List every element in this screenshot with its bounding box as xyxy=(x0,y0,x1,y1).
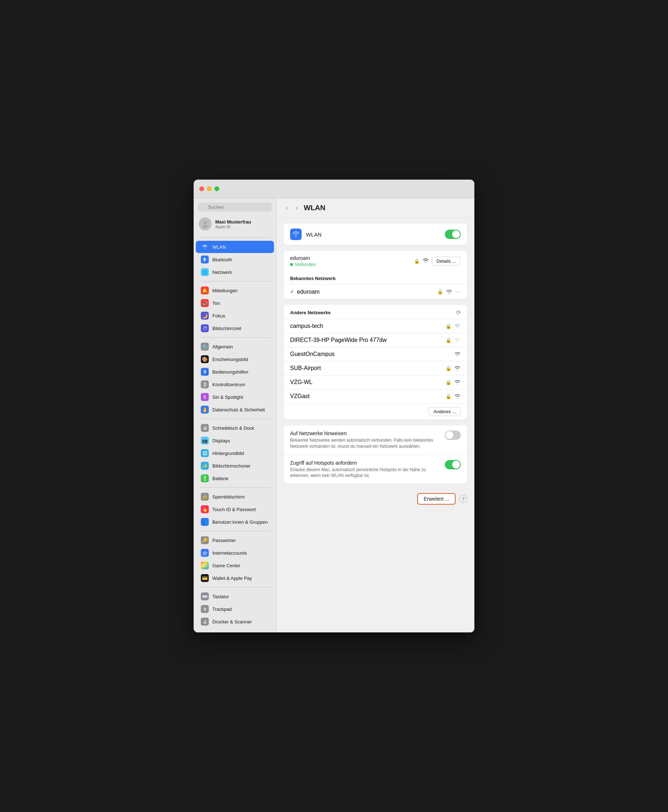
wlan-toggle[interactable] xyxy=(445,230,461,239)
siri-icon: 🎙 xyxy=(201,393,209,401)
sidebar-item-displays-label: Displays xyxy=(212,438,230,443)
sidebar-item-ton[interactable]: 🔊 Ton xyxy=(196,297,274,309)
more-options-icon[interactable]: ··· xyxy=(455,288,461,296)
lock-4: 🔒 xyxy=(446,380,451,385)
sidebar-item-fokus-label: Fokus xyxy=(212,313,225,319)
wlan-icon xyxy=(201,243,209,251)
sidebar-item-netzwerk[interactable]: 🌐 Netzwerk xyxy=(196,266,274,278)
sidebar-item-internetaccounts[interactable]: @ Internetaccounts xyxy=(196,547,274,559)
sidebar-item-wlan[interactable]: WLAN xyxy=(196,241,274,253)
network-row-vzg-wl[interactable]: VZG-WL 🔒 xyxy=(284,375,467,389)
sidebar-item-batterie[interactable]: 🔋 Batterie xyxy=(196,472,274,485)
connected-network-section: eduroam Verbunden 🔒 xyxy=(284,251,467,271)
connected-network-row: eduroam Verbunden 🔒 xyxy=(290,255,461,267)
erscheinungsbild-icon: 🎨 xyxy=(201,355,209,363)
connected-status: Verbunden xyxy=(290,262,316,267)
details-button[interactable]: Details ... xyxy=(432,257,461,266)
search-input[interactable] xyxy=(198,203,272,212)
checkmark-icon: ✓ xyxy=(290,289,294,294)
network-row-direct[interactable]: DIRECT-39-HP PageWide Pro 477dw 🔒 xyxy=(284,333,467,347)
sidebar-item-benutzer[interactable]: 👥 Benutzer:innen & Gruppen xyxy=(196,516,274,528)
sidebar-item-drucker-label: Drucker & Scanner xyxy=(212,619,252,625)
wlan-main-label: WLAN xyxy=(306,231,445,237)
sidebar-item-displays[interactable]: 📺 Displays xyxy=(196,434,274,447)
sidebar-item-bildschirmzeit[interactable]: ⏱ Bildschirmzeit xyxy=(196,322,274,334)
erweitert-button[interactable]: Erweitert ... xyxy=(417,493,456,505)
hinweisen-info: Auf Netzwerke hinweisen Bekannte Netzwer… xyxy=(290,431,439,449)
divider-4 xyxy=(199,419,271,419)
lock-3: 🔒 xyxy=(446,366,451,371)
network-row-campus-tech[interactable]: campus-tech 🔒 xyxy=(284,319,467,333)
sidebar-item-mitteilungen[interactable]: 🔔 Mitteilungen xyxy=(196,284,274,297)
back-button[interactable]: ‹ xyxy=(284,203,290,212)
user-section[interactable]: Maxi Musterfrau Apple-ID xyxy=(194,215,276,235)
sidebar-item-gamecenter[interactable]: GC Game Center xyxy=(196,559,274,571)
drucker-icon: 🖨 xyxy=(201,618,209,626)
sidebar-item-allgemein[interactable]: ⚙️ Allgemein xyxy=(196,341,274,353)
touchid-icon: 👆 xyxy=(201,505,209,513)
sidebar-item-hintergrund[interactable]: 🖼 Hintergrundbild xyxy=(196,447,274,459)
sidebar-item-erscheinungsbild[interactable]: 🎨 Erscheinungsbild xyxy=(196,353,274,365)
sidebar-item-bildschirmschoner[interactable]: ✨ Bildschirmschoner xyxy=(196,459,274,472)
network-icons-4: 🔒 xyxy=(446,380,461,385)
minimize-button[interactable] xyxy=(207,186,212,191)
settings-card: Auf Netzwerke hinweisen Bekannte Netzwer… xyxy=(284,426,467,484)
sidebar-item-wallet-label: Wallet & Apple Pay xyxy=(212,576,252,581)
known-network-title: Bekanntes Netzwerk xyxy=(290,276,336,281)
sidebar-item-schreibtisch[interactable]: 🖥 Schreibtisch & Dock xyxy=(196,422,274,434)
wifi-5 xyxy=(454,394,461,399)
settings-row-hotspots: Zugriff auf Hotspots anfordern Erlaube d… xyxy=(284,454,467,484)
sidebar-item-gamecenter-label: Game Center xyxy=(212,563,240,568)
sidebar-item-bluetooth[interactable]: Bluetooth xyxy=(196,253,274,266)
trackpad-icon: 🖱 xyxy=(201,605,209,613)
divider-3 xyxy=(199,337,271,337)
sidebar-item-siri[interactable]: 🎙 Siri & Spotlight xyxy=(196,391,274,403)
search-container xyxy=(194,203,276,215)
bottom-actions: Erweitert ... ? xyxy=(284,490,467,510)
bildschirmschoner-icon: ✨ xyxy=(201,462,209,470)
sidebar-item-datenschutz-label: Datenschutz & Sicherheit xyxy=(212,407,265,413)
network-name-direct: DIRECT-39-HP PageWide Pro 477dw xyxy=(290,337,387,343)
sidebar-item-trackpad[interactable]: 🖱 Trackpad xyxy=(196,603,274,615)
network-icons-5: 🔒 xyxy=(446,394,461,399)
sidebar-item-kontrollzentrum[interactable]: 🎛 Kontrollzentrum xyxy=(196,378,274,391)
passwoerter-icon: 🔑 xyxy=(201,536,209,544)
known-network-row[interactable]: ✓ eduroam 🔒 ··· xyxy=(284,284,467,299)
sidebar-item-wallet[interactable]: 💳 Wallet & Apple Pay xyxy=(196,572,274,584)
network-icons-3: 🔒 xyxy=(446,366,461,371)
hinweisen-toggle[interactable] xyxy=(445,431,461,440)
sidebar-item-datenschutz[interactable]: 🤚 Datenschutz & Sicherheit xyxy=(196,403,274,416)
divider-7 xyxy=(199,587,271,587)
hotspots-toggle[interactable] xyxy=(445,460,461,469)
hotspots-info: Zugriff auf Hotspots anfordern Erlaube d… xyxy=(290,460,439,479)
sidebar-item-siri-label: Siri & Spotlight xyxy=(212,394,243,400)
maximize-button[interactable] xyxy=(214,186,219,191)
network-icons-0: 🔒 xyxy=(446,324,461,329)
sidebar-item-bedienungshilfen[interactable]: ♿ Bedienungshilfen xyxy=(196,366,274,378)
help-button[interactable]: ? xyxy=(459,495,467,503)
sidebar-item-schreibtisch-label: Schreibtisch & Dock xyxy=(212,426,254,431)
sidebar-item-passwoerter[interactable]: 🔑 Passwörter xyxy=(196,534,274,546)
sidebar-item-fokus[interactable]: 🌙 Fokus xyxy=(196,309,274,322)
other-networks-card: Andere Netzwerke ⟳ campus-tech 🔒 xyxy=(284,305,467,420)
network-row-guest[interactable]: GuestOnCampus xyxy=(284,347,467,361)
status-text: Verbunden xyxy=(295,262,316,267)
benutzer-icon: 👥 xyxy=(201,518,209,526)
sidebar-item-sperrbildschirm[interactable]: 🔒 Sperrbildschirm xyxy=(196,491,274,503)
svg-point-1 xyxy=(203,225,208,228)
anderes-button[interactable]: Anderes ... xyxy=(429,407,461,416)
system-preferences-window: Maxi Musterfrau Apple-ID WLAN xyxy=(194,180,474,632)
sidebar-item-netzwerk-label: Netzwerk xyxy=(212,270,232,275)
network-row-sub[interactable]: SUB-Airport 🔒 xyxy=(284,361,467,375)
close-button[interactable] xyxy=(199,186,204,191)
known-lock-icon: 🔒 xyxy=(437,289,443,294)
known-network-name-row: ✓ eduroam xyxy=(290,289,320,295)
network-row-vzgast[interactable]: VZGast 🔒 xyxy=(284,389,467,403)
displays-icon: 📺 xyxy=(201,436,209,444)
sidebar-item-touchid[interactable]: 👆 Touch ID & Passwort xyxy=(196,503,274,515)
forward-button[interactable]: › xyxy=(294,203,300,212)
sidebar-item-tastatur[interactable]: ⌨️ Tastatur xyxy=(196,590,274,603)
sidebar: Maxi Musterfrau Apple-ID WLAN xyxy=(194,198,276,632)
sidebar-item-drucker[interactable]: 🖨 Drucker & Scanner xyxy=(196,615,274,628)
sidebar-item-wlan-label: WLAN xyxy=(212,244,226,250)
